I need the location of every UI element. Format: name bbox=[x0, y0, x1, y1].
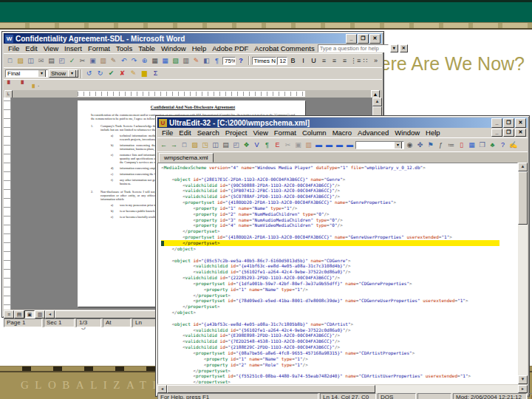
menu-file[interactable]: File bbox=[5, 44, 22, 52]
cut-icon[interactable]: ✂ bbox=[78, 56, 87, 66]
close-question-icon[interactable]: ✕ bbox=[400, 44, 408, 52]
redo-icon[interactable]: ↷ bbox=[129, 56, 139, 66]
format-painter-icon[interactable]: ✎ bbox=[109, 56, 118, 66]
chevron-down-icon[interactable]: ▾ bbox=[390, 44, 398, 52]
column-mode-icon[interactable]: ▯ bbox=[457, 140, 466, 150]
scroll-left-icon[interactable]: ◂ bbox=[157, 385, 167, 393]
ask-a-question-input[interactable] bbox=[318, 44, 389, 52]
scroll-up-icon[interactable]: ▲ bbox=[518, 163, 528, 171]
wordwrap-icon[interactable]: ¶ bbox=[262, 140, 272, 150]
menu-tools[interactable]: Tools bbox=[113, 44, 135, 52]
minimize-button[interactable]: _ bbox=[346, 34, 357, 44]
menu-view[interactable]: View bbox=[250, 129, 270, 137]
toolbar-overflow-chevron[interactable]: » bbox=[371, 56, 381, 66]
align-left-icon[interactable]: ▬ bbox=[314, 140, 324, 150]
menu-format[interactable]: Format bbox=[85, 44, 113, 52]
normal-view-icon[interactable]: ≡ bbox=[4, 310, 14, 318]
drawing-icon[interactable]: ✎ bbox=[191, 56, 201, 66]
scrollbar-track[interactable] bbox=[518, 171, 528, 375]
document-map-icon[interactable]: ◧ bbox=[202, 56, 211, 66]
hyperlink-icon[interactable]: ⊕ bbox=[140, 56, 149, 66]
find-combobox[interactable]: ▾ bbox=[355, 141, 404, 149]
menu-window[interactable]: Window bbox=[392, 129, 423, 137]
align-right-icon[interactable]: ≡ bbox=[340, 56, 349, 66]
print-layout-view-icon[interactable]: ▣ bbox=[24, 310, 35, 318]
print-icon[interactable]: ▤ bbox=[47, 56, 56, 66]
show-menu-button[interactable]: Show▾ bbox=[49, 69, 78, 78]
ultraedit-window[interactable]: U UltraEdit-32 - [C:\2000\wmpschema.xml]… bbox=[155, 115, 530, 397]
paste-icon[interactable]: ▥ bbox=[98, 56, 108, 66]
zoom-combobox[interactable]: 75%▾ bbox=[222, 57, 236, 65]
bullets-icon[interactable]: ∷ bbox=[361, 56, 370, 66]
menu-macro[interactable]: Macro bbox=[330, 129, 355, 137]
ftp-icon[interactable]: E bbox=[273, 140, 282, 150]
child-restore-button[interactable]: ❐ bbox=[503, 129, 514, 137]
open-file-icon[interactable]: ▨ bbox=[190, 140, 200, 150]
copy-icon[interactable]: ▣ bbox=[88, 56, 98, 66]
replace-icon[interactable]: V bbox=[252, 140, 262, 150]
menu-help[interactable]: Help bbox=[189, 44, 210, 52]
align-left-icon[interactable]: ≡ bbox=[319, 56, 329, 66]
print-preview-icon[interactable]: ◰ bbox=[231, 140, 241, 150]
menu-project[interactable]: Project bbox=[222, 129, 250, 137]
accept-change-icon[interactable]: ✔ bbox=[106, 69, 116, 78]
align-justify-icon[interactable]: ▬ bbox=[345, 140, 355, 150]
find-icon[interactable]: ❖ bbox=[242, 140, 251, 150]
chevron-down-icon[interactable]: ▾ bbox=[286, 57, 287, 65]
insert-table-icon[interactable]: ▦ bbox=[160, 56, 170, 66]
code-editor-area[interactable]: <MediaIndexScheme version="4" name="Wind… bbox=[157, 163, 518, 384]
function-list-icon[interactable]: ƒ bbox=[436, 140, 446, 150]
undo-icon[interactable]: ↶ bbox=[119, 56, 129, 66]
print-icon[interactable]: ▤ bbox=[221, 140, 231, 150]
underline-icon[interactable]: U bbox=[309, 56, 318, 66]
close-button[interactable]: ✕ bbox=[369, 34, 381, 44]
new-document-icon[interactable]: □ bbox=[5, 56, 15, 66]
italic-icon[interactable]: I bbox=[299, 56, 308, 66]
close-file-icon[interactable]: ◳ bbox=[200, 140, 210, 150]
cut-icon[interactable]: ✂ bbox=[283, 140, 293, 150]
tables-and-borders-icon[interactable]: ▦ bbox=[150, 56, 160, 66]
open-icon[interactable]: ▨ bbox=[16, 56, 25, 66]
chevron-down-icon[interactable]: ▾ bbox=[68, 69, 76, 78]
email-icon[interactable]: ✉ bbox=[36, 56, 46, 66]
scroll-right-icon[interactable]: ▸ bbox=[518, 385, 528, 393]
bookmark-icon[interactable]: ⚑ bbox=[426, 140, 435, 150]
endnote-icon-2[interactable]: ▝ bbox=[16, 80, 26, 89]
align-center-icon[interactable]: ▬ bbox=[324, 140, 334, 150]
menu-search[interactable]: Search bbox=[194, 129, 222, 137]
menu-adobe-pdf[interactable]: Adobe PDF bbox=[209, 44, 251, 52]
back-icon[interactable]: ← bbox=[159, 140, 168, 150]
menu-column[interactable]: Column bbox=[299, 129, 330, 137]
numbering-icon[interactable]: ⋮≡ bbox=[350, 56, 360, 66]
word-title-bar[interactable]: W Confidentiality Agreement-SDL - Micros… bbox=[4, 33, 382, 44]
show-hide-icon[interactable]: ¶ bbox=[212, 56, 222, 66]
tab-wmpschema-xml[interactable]: wmpschema.xml bbox=[159, 153, 214, 163]
menu-edit[interactable]: Edit bbox=[22, 44, 40, 52]
find-in-files-icon[interactable]: ✤ bbox=[415, 140, 425, 150]
scroll-down-icon[interactable]: ▼ bbox=[518, 375, 528, 384]
help-icon[interactable]: ? bbox=[498, 140, 508, 150]
child-minimize-button[interactable]: _ bbox=[491, 129, 502, 137]
new-file-icon[interactable]: □ bbox=[180, 140, 189, 150]
menu-advanced[interactable]: Advanced bbox=[355, 129, 392, 137]
macro-play-icon[interactable]: ♣ bbox=[488, 140, 497, 150]
copy-icon[interactable]: ▣ bbox=[293, 140, 303, 150]
menu-view[interactable]: View bbox=[41, 44, 61, 52]
paste-icon[interactable]: ▥ bbox=[304, 140, 313, 150]
save-icon[interactable]: ◫ bbox=[211, 140, 220, 150]
vertical-ruler[interactable] bbox=[4, 98, 11, 310]
menu-insert[interactable]: Insert bbox=[61, 44, 85, 52]
window-list-icon[interactable]: ❒ bbox=[477, 140, 487, 150]
scroll-left-icon[interactable]: ◂ bbox=[45, 310, 55, 318]
endnote-icon-3[interactable]: ▗ bbox=[27, 80, 37, 89]
close-button[interactable]: ✕ bbox=[515, 118, 526, 128]
insert-excel-icon[interactable]: ▧ bbox=[171, 56, 180, 66]
outline-view-icon[interactable]: ▥ bbox=[35, 310, 45, 318]
next-change-icon[interactable]: ↻ bbox=[95, 69, 105, 78]
minimize-button[interactable]: _ bbox=[491, 118, 502, 128]
help-icon[interactable]: ? bbox=[236, 56, 246, 66]
hscrollbar-thumb[interactable] bbox=[167, 385, 375, 393]
horizontal-ruler[interactable]: L ▲ bbox=[4, 90, 382, 98]
highlight-icon[interactable]: ▆ bbox=[140, 69, 149, 78]
columns-icon[interactable]: ▥ bbox=[181, 56, 191, 66]
